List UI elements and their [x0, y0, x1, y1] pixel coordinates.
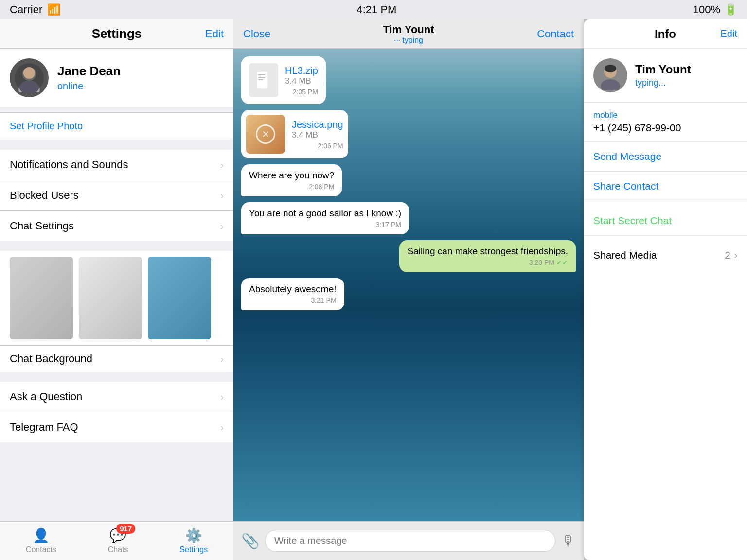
message-time: 2:05 PM	[285, 88, 318, 96]
chat-background: HL3.zip 3.4 MB 2:05 PM ✕ Jessica.png 3.4…	[233, 49, 584, 521]
bg-thumb-3[interactable]	[148, 257, 211, 339]
avatar	[10, 58, 49, 97]
received-message: Where are you now? 2:08 PM	[241, 164, 342, 196]
message-time: 3:20 PM ✓✓	[407, 259, 568, 266]
chats-badge-count: 917	[116, 524, 135, 534]
chat-title-section: Tim Yount ··· typing	[383, 23, 434, 45]
tab-settings[interactable]: ⚙️ Settings	[179, 527, 208, 554]
chevron-right-icon: ›	[734, 250, 737, 261]
typing-label: typing	[402, 36, 423, 45]
chevron-right-icon: ›	[220, 391, 224, 402]
chat-contact-name: Tim Yount	[383, 23, 434, 36]
settings-title: Settings	[92, 26, 142, 41]
contact-button[interactable]: Contact	[537, 28, 574, 40]
message-text: Sailing can make strongest friendships.	[407, 246, 568, 256]
chat-background-row[interactable]: Chat Background ›	[0, 345, 233, 372]
profile-section[interactable]: Jane Dean online	[0, 49, 233, 107]
svg-point-3	[23, 67, 35, 79]
share-contact-button[interactable]: Share Contact	[584, 172, 747, 201]
svg-rect-6	[258, 74, 265, 75]
settings-header: Settings Edit	[0, 19, 233, 49]
chat-background-section: Chat Background ›	[0, 251, 233, 372]
chat-input-bar: 📎 🎙	[233, 521, 584, 560]
set-profile-photo-button[interactable]: Set Profile Photo	[0, 112, 233, 140]
message-text: Absolutely awesome!	[249, 284, 337, 294]
typing-dots: ···	[394, 36, 400, 45]
chat-settings-row[interactable]: Chat Settings ›	[0, 211, 233, 241]
profile-name: Jane Dean	[57, 64, 121, 79]
image-message-jessica: ✕ Jessica.png 3.4 MB 2:06 PM	[241, 110, 348, 158]
info-phone-section: mobile +1 (245) 678-99-00	[584, 103, 747, 142]
bg-thumb-1[interactable]	[10, 257, 73, 339]
send-message-button[interactable]: Send Message	[584, 142, 747, 172]
chat-background-label: Chat Background	[10, 352, 92, 365]
status-left: Carrier 📶	[10, 3, 60, 16]
bottom-settings-group: Ask a Question › Telegram FAQ ›	[0, 382, 233, 442]
file-size: 3.4 MB	[285, 76, 318, 86]
info-contact-info: Tim Yount typing...	[635, 63, 691, 88]
message-time: 3:17 PM	[249, 221, 401, 228]
message-text: Where are you now?	[249, 170, 334, 180]
battery-icon: 🔋	[724, 3, 737, 16]
image-thumbnail: ✕	[246, 115, 285, 154]
telegram-faq-row[interactable]: Telegram FAQ ›	[0, 412, 233, 442]
profile-info: Jane Dean online	[57, 64, 121, 92]
contacts-tab-label: Contacts	[26, 545, 56, 554]
chevron-right-icon: ›	[220, 190, 224, 201]
svg-rect-12	[605, 65, 616, 72]
info-profile-section: Tim Yount typing...	[584, 49, 747, 103]
shared-media-row[interactable]: Shared Media 2 ›	[584, 241, 747, 270]
info-edit-button[interactable]: Edit	[721, 28, 737, 39]
settings-icon: ⚙️	[185, 527, 202, 543]
chats-tab-label: Chats	[108, 545, 128, 554]
image-size: 3.4 MB	[292, 130, 343, 140]
attachment-button[interactable]: 📎	[241, 532, 259, 549]
chats-badge-container: 💬 917	[109, 527, 126, 543]
ask-question-row[interactable]: Ask a Question ›	[0, 382, 233, 412]
read-receipt-icon: ✓✓	[556, 259, 568, 266]
settings-panel: Settings Edit Jane Dean online Set Profi…	[0, 19, 233, 560]
message-text: You are not a good sailor as I know :)	[249, 208, 401, 218]
cancel-download-button[interactable]: ✕	[256, 124, 275, 144]
shared-media-right: 2 ›	[725, 249, 737, 261]
blocked-users-row[interactable]: Blocked Users ›	[0, 180, 233, 211]
info-contact-status: typing...	[635, 78, 691, 88]
message-input[interactable]	[265, 530, 555, 552]
tab-contacts[interactable]: 👤 Contacts	[26, 527, 56, 554]
info-avatar	[593, 58, 627, 92]
notifications-sounds-row[interactable]: Notifications and Sounds ›	[0, 150, 233, 180]
image-filename: Jessica.png	[292, 119, 343, 130]
status-right: 100% 🔋	[693, 3, 737, 16]
shared-media-count: 2	[725, 249, 730, 261]
settings-menu: Notifications and Sounds › Blocked Users…	[0, 150, 233, 241]
received-message: You are not a good sailor as I know :) 3…	[241, 202, 409, 234]
chevron-right-icon: ›	[220, 159, 224, 171]
message-time: 2:08 PM	[249, 183, 334, 191]
file-info: HL3.zip 3.4 MB 2:05 PM	[285, 65, 318, 96]
contacts-icon: 👤	[33, 527, 50, 543]
tab-chats[interactable]: 💬 917 Chats	[108, 527, 128, 554]
chat-panel: Close Tim Yount ··· typing Contact	[233, 19, 584, 560]
settings-tab-label: Settings	[179, 545, 208, 554]
chevron-right-icon: ›	[220, 221, 224, 232]
phone-number: +1 (245) 678-99-00	[593, 122, 737, 134]
shared-media-label: Shared Media	[593, 249, 657, 261]
close-button[interactable]: Close	[243, 28, 270, 40]
file-name: HL3.zip	[285, 65, 318, 76]
info-title: Info	[655, 27, 676, 41]
start-secret-chat-button[interactable]: Start Secret Chat	[584, 206, 747, 236]
phone-label: mobile	[593, 110, 737, 120]
image-info: Jessica.png 3.4 MB 2:06 PM	[292, 119, 343, 150]
bg-thumb-2[interactable]	[79, 257, 142, 339]
microphone-button[interactable]: 🎙	[561, 533, 576, 549]
chat-header: Close Tim Yount ··· typing Contact	[233, 19, 584, 49]
wifi-icon: 📶	[47, 3, 60, 16]
status-bar: Carrier 📶 4:21 PM 100% 🔋	[0, 0, 747, 19]
time-label: 4:21 PM	[357, 3, 397, 16]
bg-thumbnails	[0, 251, 233, 345]
settings-edit-button[interactable]: Edit	[205, 28, 224, 40]
received-message: Absolutely awesome! 3:21 PM	[241, 278, 344, 310]
profile-status: online	[57, 81, 121, 92]
message-time: 3:21 PM	[249, 297, 337, 304]
carrier-label: Carrier	[10, 3, 42, 16]
